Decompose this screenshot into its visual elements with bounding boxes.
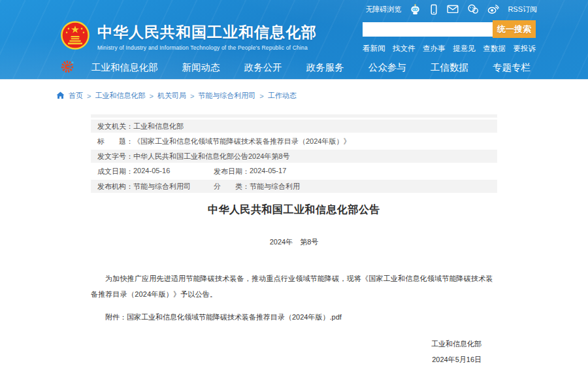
- meta-row-dates: 成文日期： 2024-05-16 发布日期： 2024-05-17: [91, 165, 497, 178]
- breadcrumb: 首页 > 工业和信息化部 > 机关司局 > 节能与综合利用司 > 工作动态: [56, 91, 588, 101]
- top-utility-bar: 无障碍浏览: [0, 0, 588, 18]
- national-emblem-icon: [60, 20, 90, 53]
- search-input[interactable]: [363, 22, 493, 37]
- nav-item-gov-services[interactable]: 政务服务: [306, 61, 344, 74]
- quick-link-services[interactable]: 查办事: [423, 44, 446, 54]
- nav-items: 工业和信息化部 新闻动态 政务公开 政务服务 公众参与 工信数据 专题专栏: [91, 61, 531, 74]
- quick-link-suggest[interactable]: 提意见: [453, 44, 476, 54]
- meta-label: 成文日期：: [97, 167, 133, 176]
- breadcrumb-miit[interactable]: 工业和信息化部: [95, 91, 145, 101]
- main-nav: 工业和信息化部 新闻动态 政务公开 政务服务 公众参与 工信数据 专题专栏: [0, 55, 588, 80]
- breadcrumb-separator: >: [149, 92, 153, 100]
- quick-link-files[interactable]: 找文件: [393, 44, 416, 54]
- nav-item-news[interactable]: 新闻动态: [182, 61, 220, 74]
- nav-item-data[interactable]: 工信数据: [431, 61, 468, 74]
- quick-link-complaint[interactable]: 要投诉: [513, 44, 536, 54]
- announcement-title: 中华人民共和国工业和信息化部公告: [91, 203, 497, 217]
- meta-label: 分 类：: [214, 182, 250, 191]
- home-icon[interactable]: [56, 92, 65, 101]
- unified-search-button[interactable]: 统一搜索: [493, 20, 536, 38]
- breadcrumb-current[interactable]: 工作动态: [268, 91, 297, 101]
- rss-link[interactable]: RSS订阅: [508, 5, 537, 14]
- breadcrumb-separator: >: [259, 92, 263, 100]
- attachment-link[interactable]: 附件：国家工业和信息化领域节能降碳技术装备推荐目录（2024年版）.pdf: [91, 312, 497, 322]
- search-area: 统一搜索 看新闻 找文件 查办事 提意见 查数据 要投诉: [363, 20, 536, 54]
- breadcrumb-separator: >: [190, 92, 194, 100]
- meta-label: 发文字号：: [97, 152, 133, 161]
- breadcrumb-home[interactable]: 首页: [69, 91, 83, 101]
- meta-row-issuing-authority: 发文机关： 工业和信息化部: [91, 120, 497, 133]
- announcement-issue-number: 2024年 第8号: [91, 237, 497, 247]
- weibo-icon[interactable]: [487, 4, 499, 14]
- site-banner: 无障碍浏览: [0, 0, 588, 80]
- meta-value: 节能与综合利用: [250, 182, 300, 191]
- meta-label: 标 题：: [97, 137, 133, 146]
- nav-item-miit[interactable]: 工业和信息化部: [91, 61, 158, 74]
- article: 发文机关： 工业和信息化部 标 题： 《国家工业和信息化领域节能降碳技术装备推荐…: [91, 114, 497, 365]
- meta-table-cap: [91, 114, 497, 118]
- nav-item-participation[interactable]: 公众参与: [368, 61, 406, 74]
- meta-row-document-number: 发文字号： 中华人民共和国工业和信息化部公告2024年第8号: [91, 150, 497, 163]
- mobile-icon[interactable]: [429, 4, 438, 15]
- breadcrumb-departments[interactable]: 机关司局: [157, 91, 186, 101]
- signature: 工业和信息化部: [91, 339, 497, 349]
- meta-value: 2024-05-16: [133, 167, 170, 176]
- breadcrumb-separator: >: [87, 92, 91, 100]
- meta-value: 节能与综合利用司: [133, 182, 191, 191]
- site-subtitle: Ministry of Industry and Information Tec…: [97, 44, 317, 51]
- site-header: 中华人民共和国工业和信息化部 Ministry of Industry and …: [0, 18, 588, 55]
- signature-date: 2024年5月16日: [91, 355, 497, 365]
- announcement-body: 为加快推广应用先进适用节能降碳技术装备，推动重点行业领域节能降碳，现将《国家工业…: [91, 271, 497, 302]
- breadcrumb-energy-dept[interactable]: 节能与综合利用司: [198, 91, 255, 101]
- meta-row-title: 标 题： 《国家工业和信息化领域节能降碳技术装备推荐目录（2024年版）》: [91, 135, 497, 148]
- nav-item-topics[interactable]: 专题专栏: [493, 61, 531, 74]
- site-title: 中华人民共和国工业和信息化部: [97, 22, 317, 42]
- mail-icon[interactable]: [447, 5, 459, 14]
- meta-value: 工业和信息化部: [133, 122, 184, 131]
- meta-label: 发布机构：: [97, 182, 133, 191]
- meta-value: 《国家工业和信息化领域节能降碳技术装备推荐目录（2024年版）》: [133, 137, 350, 146]
- meta-value: 2024-05-17: [250, 167, 286, 176]
- meta-value: 中华人民共和国工业和信息化部公告2024年第8号: [133, 152, 290, 161]
- wechat-icon[interactable]: [467, 4, 479, 14]
- nav-item-gov-openness[interactable]: 政务公开: [244, 61, 282, 74]
- meta-label: 发文机关：: [97, 122, 133, 131]
- meta-label: 发布日期：: [214, 167, 250, 176]
- quick-link-data[interactable]: 查数据: [483, 44, 506, 54]
- quick-links: 看新闻 找文件 查办事 提意见 查数据 要投诉: [363, 44, 536, 54]
- miit-e-logo-icon: [61, 59, 74, 76]
- robot-mascot-icon[interactable]: [410, 4, 421, 15]
- meta-row-publisher: 发布机构： 节能与综合利用司 分 类： 节能与综合利用: [91, 180, 497, 193]
- site-brand[interactable]: 中华人民共和国工业和信息化部 Ministry of Industry and …: [60, 20, 317, 53]
- accessibility-link[interactable]: 无障碍浏览: [365, 5, 401, 14]
- quick-link-news[interactable]: 看新闻: [363, 44, 385, 54]
